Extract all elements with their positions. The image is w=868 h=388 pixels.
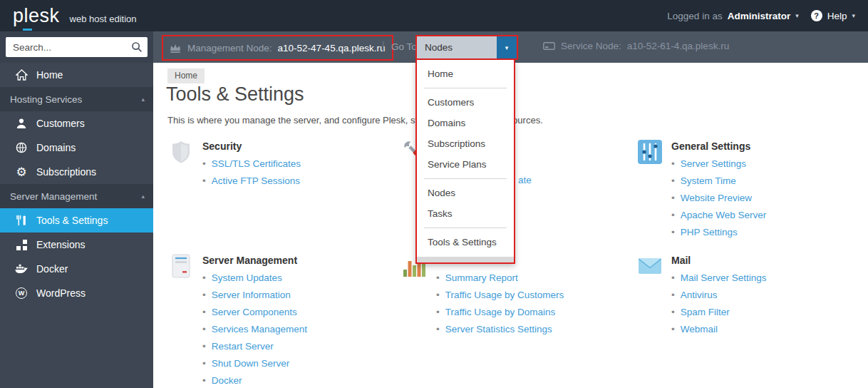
- plesk-logo: plesk: [13, 6, 60, 26]
- list-item: •Server Information: [202, 290, 307, 301]
- chevron-down-icon: ▾: [795, 12, 799, 19]
- link-website-preview[interactable]: Website Preview: [681, 193, 752, 203]
- sidebar-item-home[interactable]: Home: [0, 63, 153, 87]
- menu-item-nodes[interactable]: Nodes: [417, 183, 514, 203]
- globe-icon: [14, 142, 29, 153]
- sidebar-item-label: Customers: [36, 118, 85, 129]
- go-to-label: Go To: [391, 41, 417, 52]
- list-item: •Traffic Usage by Customers: [436, 290, 564, 301]
- search-input[interactable]: [6, 37, 148, 57]
- gear-icon: ⚙: [14, 166, 29, 178]
- sidebar-group-server-management[interactable]: Server Management ▴: [0, 184, 153, 208]
- link-server-information[interactable]: Server Information: [212, 290, 291, 300]
- menu-item-subscriptions[interactable]: Subscriptions: [417, 133, 514, 154]
- sidebar-item-docker[interactable]: Docker: [0, 257, 153, 281]
- crown-icon: [169, 43, 182, 53]
- list-item: •Spam Filter: [671, 307, 767, 318]
- menu-item-tasks[interactable]: Tasks: [417, 203, 514, 224]
- menu-item-domains[interactable]: Domains: [417, 113, 514, 133]
- sliders-icon: [638, 140, 662, 164]
- select-caret-button[interactable]: ▾: [497, 36, 517, 58]
- list-item: •Services Management: [202, 324, 307, 335]
- sidebar-item-extensions[interactable]: Extensions: [0, 233, 153, 257]
- user-menu[interactable]: Administrator: [728, 11, 791, 21]
- sidebar: Home Hosting Services ▴ Customers Domain…: [0, 63, 153, 388]
- menu-footer: [417, 257, 514, 262]
- link-mail-server-settings[interactable]: Mail Server Settings: [681, 272, 767, 283]
- link-system-updates[interactable]: System Updates: [212, 272, 282, 283]
- link-server-components[interactable]: Server Components: [212, 307, 297, 317]
- docker-whale-icon: [14, 264, 29, 274]
- sidebar-group-hosting-services[interactable]: Hosting Services ▴: [0, 87, 153, 111]
- link-traffic-usage-by-domains[interactable]: Traffic Usage by Domains: [445, 307, 556, 317]
- list-item: •SSL/TLS Certificates: [202, 158, 301, 170]
- sidebar-item-domains[interactable]: Domains: [0, 136, 153, 160]
- link-webmail[interactable]: Webmail: [681, 324, 718, 335]
- sidebar-item-subscriptions[interactable]: ⚙ Subscriptions: [0, 160, 153, 184]
- sidebar-item-label: WordPress: [36, 287, 86, 299]
- sidebar-group-label: Server Management: [10, 191, 97, 202]
- menu-item-home[interactable]: Home: [417, 63, 514, 84]
- page-title: Tools & Settings: [166, 83, 304, 106]
- link-docker[interactable]: Docker: [212, 375, 242, 386]
- breadcrumb[interactable]: Home: [167, 68, 205, 83]
- section-security: Security •SSL/TLS Certificates •Active F…: [169, 140, 390, 193]
- list-item: •Restart Server: [202, 341, 307, 352]
- customers-icon: [14, 118, 29, 129]
- link-apache-web-server[interactable]: Apache Web Server: [681, 210, 767, 220]
- brand: plesk web host edition: [13, 6, 136, 26]
- link-antivirus[interactable]: Antivirus: [681, 290, 718, 300]
- section-title: Mail: [671, 255, 767, 266]
- list-item: •Website Preview: [671, 193, 766, 204]
- sidebar-item-label: Extensions: [36, 239, 85, 250]
- management-node-value: a10-52-47-45.qa.plesk.ru: [278, 43, 386, 53]
- section-general-settings: General Settings •Server Settings •Syste…: [638, 140, 859, 244]
- section-server-management: Server Management •System Updates •Serve…: [169, 254, 390, 388]
- sidebar-item-label: Docker: [36, 263, 68, 275]
- server-card-icon: [543, 42, 555, 50]
- menu-item-customers[interactable]: Customers: [417, 92, 514, 113]
- list-item: •Docker: [202, 375, 307, 387]
- list-item: •System Updates: [202, 272, 307, 284]
- chevron-up-icon: ▴: [141, 193, 145, 200]
- list-item: •Traffic Usage by Domains: [436, 307, 564, 318]
- shield-icon: [169, 140, 193, 164]
- sidebar-item-customers[interactable]: Customers: [0, 111, 153, 136]
- link-services-management[interactable]: Services Management: [212, 324, 307, 335]
- service-node: Service Node: a10-52-61-4.qa.plesk.ru: [543, 41, 729, 51]
- link-restart-server[interactable]: Restart Server: [212, 341, 274, 352]
- search-icon[interactable]: [131, 41, 143, 53]
- node-select[interactable]: Nodes ▾: [415, 35, 518, 60]
- list-item: •Apache Web Server: [671, 210, 766, 221]
- sidebar-item-label: Domains: [36, 142, 76, 153]
- link-summary-report[interactable]: Summary Report: [445, 272, 518, 283]
- link-ssl-tls-certificates[interactable]: SSL/TLS Certificates: [212, 158, 301, 169]
- sidebar-item-tools-settings[interactable]: Tools & Settings: [0, 208, 153, 233]
- section-title: General Settings: [671, 141, 766, 152]
- link-active-ftp-sessions[interactable]: Active FTP Sessions: [212, 175, 300, 186]
- help-menu[interactable]: Help: [827, 11, 847, 21]
- list-item: •Antivirus: [671, 290, 767, 301]
- link-spam-filter[interactable]: Spam Filter: [681, 307, 730, 317]
- obscured-partial-link[interactable]: ate: [518, 175, 532, 185]
- link-shut-down-server[interactable]: Shut Down Server: [212, 358, 290, 369]
- list-item: •Webmail: [671, 324, 767, 335]
- go-to-dropdown-highlight: Nodes ▾ Home Customers Domains Subscript…: [415, 35, 518, 264]
- menu-item-service-plans[interactable]: Service Plans: [417, 154, 514, 175]
- extensions-icon: [14, 240, 29, 250]
- logged-in-label: Logged in as: [667, 11, 722, 21]
- link-server-statistics-settings[interactable]: Server Statistics Settings: [445, 324, 552, 335]
- sidebar-item-label: Tools & Settings: [36, 215, 108, 226]
- mail-envelope-icon: [638, 254, 662, 278]
- link-traffic-usage-by-customers[interactable]: Traffic Usage by Customers: [445, 290, 564, 300]
- link-system-time[interactable]: System Time: [681, 175, 736, 186]
- menu-item-tools-settings[interactable]: Tools & Settings: [417, 232, 514, 252]
- link-server-settings[interactable]: Server Settings: [681, 158, 746, 169]
- sidebar-item-wordpress[interactable]: W WordPress: [0, 281, 153, 305]
- wordpress-icon: W: [14, 287, 29, 299]
- help-icon: ?: [811, 10, 822, 21]
- link-php-settings[interactable]: PHP Settings: [681, 227, 738, 238]
- tools-icon: [14, 215, 29, 226]
- sidebar-item-label: Home: [36, 69, 63, 81]
- section-title: Server Management: [202, 255, 307, 266]
